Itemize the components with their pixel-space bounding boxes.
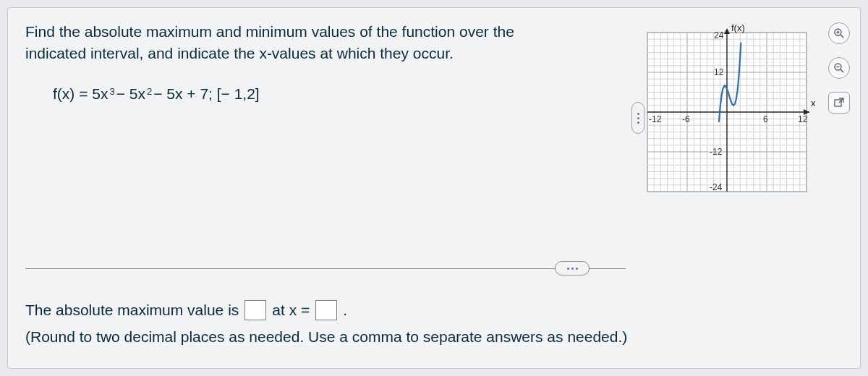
xtick-neg12: -12 <box>649 114 662 124</box>
ylabel: f(x) <box>731 24 745 33</box>
ytick-neg24: -24 <box>710 182 723 192</box>
section-divider <box>25 268 626 269</box>
formula-mid1: − 5x <box>116 85 145 103</box>
graph-tools <box>828 22 850 114</box>
prompt-line2: indicated interval, and indicate the x-v… <box>25 45 454 61</box>
function-graph: -12 -6 6 12 24 12 -12 -24 f(x) x <box>639 24 815 200</box>
dot-icon <box>567 268 569 270</box>
zoom-in-button[interactable] <box>828 22 850 44</box>
max-value-input[interactable] <box>244 300 266 320</box>
formula-exp1: 3 <box>109 86 114 97</box>
ytick-neg12: -12 <box>710 147 723 157</box>
zoom-in-icon <box>833 27 845 39</box>
popout-button[interactable] <box>828 92 850 114</box>
more-options-button[interactable] <box>555 261 590 275</box>
svg-rect-60 <box>835 100 841 106</box>
graph-svg: -12 -6 6 12 24 12 -12 -24 f(x) x <box>639 24 815 200</box>
ytick-24: 24 <box>714 30 724 40</box>
answer-lead: The absolute maximum value is <box>25 299 239 322</box>
formula-exp2: 2 <box>147 86 152 97</box>
exercise-panel: Find the absolute maximum and minimum va… <box>7 7 861 369</box>
popout-icon <box>834 98 844 108</box>
xtick-12: 12 <box>798 114 808 124</box>
prompt-line1: Find the absolute maximum and minimum va… <box>25 23 514 40</box>
svg-line-54 <box>841 35 843 38</box>
answer-atx: at x = <box>272 299 310 322</box>
rounding-hint: (Round to two decimal places as needed. … <box>25 325 627 349</box>
xlabel: x <box>811 98 815 108</box>
dot-icon <box>571 268 574 270</box>
xtick-neg6: -6 <box>682 114 690 124</box>
svg-line-58 <box>841 69 843 72</box>
question-text: Find the absolute maximum and minimum va… <box>25 21 604 65</box>
formula-lhs: f(x) = 5x <box>53 85 108 103</box>
answer-area: The absolute maximum value is at x = . (… <box>25 299 627 349</box>
ytick-12: 12 <box>714 67 724 77</box>
zoom-out-icon <box>833 62 845 74</box>
x-value-input[interactable] <box>315 300 337 320</box>
zoom-out-button[interactable] <box>828 57 850 79</box>
xtick-6: 6 <box>763 114 768 124</box>
formula-tail: − 5x + 7; [− 1,2] <box>153 85 260 103</box>
dot-icon <box>576 268 578 270</box>
svg-marker-52 <box>724 28 730 34</box>
